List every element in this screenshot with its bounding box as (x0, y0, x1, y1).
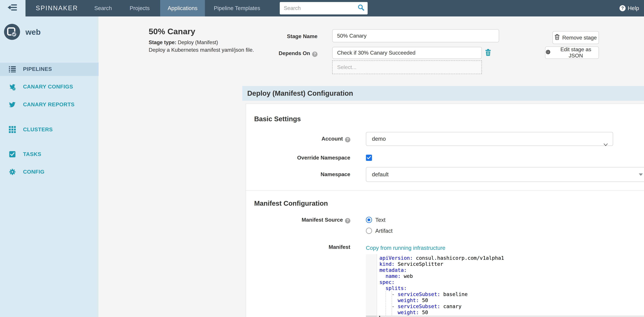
code-line: - serviceSubset: baseline (379, 291, 644, 297)
stage-type-value: Deploy (Manifest) (178, 40, 218, 45)
stage-editor-header: 50% Canary Stage type: Deploy (Manifest)… (98, 17, 644, 86)
manifest-row: Manifest Copy from running infrastructur… (246, 244, 644, 317)
account-help-icon[interactable]: ? (345, 137, 350, 142)
namespace-row: Namespace default (246, 167, 644, 182)
stage-name-input[interactable] (332, 29, 499, 42)
canary-reports-icon (8, 101, 16, 108)
gear-icon (546, 49, 551, 56)
sidebar-item-label: PIPELINES (23, 66, 52, 72)
tasks-check-icon (8, 150, 16, 158)
sidebar-item-label: CONFIG (23, 169, 44, 175)
sidebar-collapse-button[interactable] (0, 0, 26, 17)
namespace-dropdown[interactable]: default (366, 167, 644, 182)
sidebar-item-canary-reports[interactable]: CANARY REPORTS (0, 97, 98, 112)
clusters-grid-icon (8, 126, 16, 133)
sidebar-item-pipelines[interactable]: PIPELINES (0, 62, 98, 76)
code-gutter-active-cell (366, 315, 377, 317)
text-cursor (379, 316, 380, 317)
deploy-configuration-header: Deploy (Manifest) Configuration (242, 86, 644, 101)
sidebar-item-label: TASKS (23, 151, 41, 157)
config-gear-icon (8, 168, 16, 176)
nav-item-search[interactable]: Search (90, 0, 116, 17)
manifest-source-options: Text Artifact (366, 217, 392, 234)
search-icon[interactable] (358, 4, 364, 12)
account-label: Account? (254, 136, 350, 142)
caret-down-icon (639, 173, 643, 176)
override-namespace-row: Override Namespace (246, 155, 644, 161)
section-divider (246, 190, 644, 191)
sidebar-item-label: CANARY REPORTS (23, 101, 74, 108)
code-line: splits: (379, 285, 644, 291)
collapse-menu-icon (7, 3, 18, 14)
code-lines: apiVersion: consul.hashicorp.com/v1alpha… (379, 255, 644, 315)
brand-title: SPINNAKER (36, 0, 78, 17)
code-active-line (377, 315, 644, 317)
override-namespace-checkbox[interactable] (366, 155, 372, 161)
code-line: metadata: (379, 267, 644, 273)
depends-on-help-icon[interactable]: ? (312, 52, 318, 57)
depends-on-label: Depends On? (268, 50, 318, 57)
sidebar-item-clusters[interactable]: CLUSTERS (0, 122, 98, 137)
manifest-configuration-heading: Manifest Configuration (246, 199, 644, 207)
edit-stage-json-button[interactable]: Edit stage as JSON (545, 47, 599, 59)
code-gutter (366, 254, 377, 317)
nav-item-applications[interactable]: Applications (160, 0, 205, 17)
trash-icon (554, 34, 560, 42)
code-line: weight: 50 (379, 309, 644, 315)
pipelines-list-icon (8, 65, 16, 73)
help-button[interactable]: ? Help (620, 0, 639, 17)
account-row: Account? demo (246, 132, 644, 146)
remove-dependency-trash-icon[interactable] (485, 49, 491, 58)
depends-on-add-select[interactable]: Select... (332, 61, 482, 74)
code-line: apiVersion: consul.hashicorp.com/v1alpha… (379, 255, 644, 261)
radio-selected-icon (366, 217, 372, 223)
nav-item-projects[interactable]: Projects (126, 0, 154, 17)
manifest-source-help-icon[interactable]: ? (345, 218, 350, 223)
app-sidebar: web PIPELINES (0, 17, 98, 317)
edit-stage-json-label: Edit stage as JSON (553, 46, 598, 59)
remove-stage-button[interactable]: Remove stage (552, 31, 599, 44)
help-circle-icon: ? (620, 5, 626, 12)
sidebar-item-label: CANARY CONFIGS (23, 84, 73, 90)
sidebar-item-canary-configs[interactable]: CANARY CONFIGS (0, 79, 98, 95)
nav-item-pipeline-templates[interactable]: Pipeline Templates (210, 0, 264, 17)
manifest-source-row: Manifest Source? Text Artifact (246, 217, 644, 234)
manifest-source-text-radio[interactable]: Text (366, 217, 392, 223)
stage-type: Stage type: Deploy (Manifest) (149, 40, 218, 45)
top-navbar: SPINNAKER Search Projects Applications P… (0, 0, 644, 17)
namespace-value: default (372, 171, 388, 177)
code-line: name: web (379, 273, 644, 279)
application-header[interactable]: web (0, 24, 98, 49)
copy-from-running-link[interactable]: Copy from running infrastructure (366, 245, 446, 251)
account-select[interactable]: demo (366, 132, 613, 146)
code-line: spec: (379, 279, 644, 285)
manifest-source-label: Manifest Source? (254, 217, 350, 223)
chevron-down-icon (604, 138, 608, 151)
manifest-source-artifact-radio[interactable]: Artifact (366, 228, 392, 234)
global-search-input[interactable] (280, 5, 358, 11)
manifest-control: Copy from running infrastructure apiVers… (366, 244, 644, 317)
stage-name-label: Stage Name (268, 33, 318, 40)
sidebar-item-tasks[interactable]: TASKS (0, 146, 98, 162)
remove-stage-label: Remove stage (562, 35, 597, 41)
global-search-box (280, 2, 368, 14)
manifest-code-editor[interactable]: apiVersion: consul.hashicorp.com/v1alpha… (366, 254, 644, 317)
application-name: web (26, 28, 40, 37)
canary-configs-icon (8, 83, 16, 91)
help-label: Help (628, 5, 639, 12)
sidebar-item-config[interactable]: CONFIG (0, 164, 98, 180)
code-line: - serviceSubset: canary (379, 303, 644, 309)
stage-title: 50% Canary (149, 27, 196, 36)
stage-type-label: Stage type: (149, 40, 176, 45)
namespace-label: Namespace (254, 171, 350, 177)
code-line: weight: 50 (379, 297, 644, 303)
stage-description: Deploy a Kubernetes manifest yaml/json f… (149, 47, 254, 53)
account-value: demo (372, 136, 386, 142)
sidebar-item-label: CLUSTERS (23, 126, 53, 133)
manifest-label: Manifest (254, 244, 350, 250)
code-line: kind: ServiceSplitter (379, 261, 644, 267)
override-namespace-label: Override Namespace (254, 155, 350, 161)
application-icon (4, 24, 20, 42)
basic-settings-heading: Basic Settings (246, 115, 644, 123)
depends-on-input[interactable] (332, 47, 482, 59)
